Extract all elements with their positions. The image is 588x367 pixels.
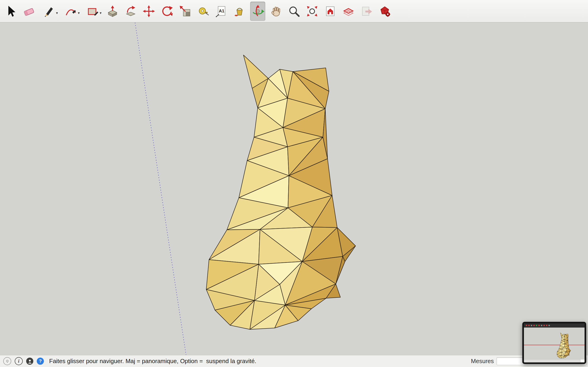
pan-hand-icon xyxy=(269,5,283,18)
preview-resize-corner[interactable] xyxy=(580,359,585,362)
preview-toolbar-dot xyxy=(548,325,550,326)
main-toolbar: ▾ ▾ ▾ xyxy=(0,0,588,23)
orbit-icon xyxy=(251,5,264,18)
tool-move[interactable] xyxy=(141,2,156,21)
preview-toolbar-dot xyxy=(538,325,540,326)
tool-line[interactable]: ▾ xyxy=(40,2,58,21)
tool-zoom-extents[interactable] xyxy=(304,2,320,21)
preview-toolbar-dot xyxy=(526,325,527,326)
preview-toolbar-dot xyxy=(536,325,537,326)
status-message: Faites glisser pour naviguer. Maj = pano… xyxy=(49,358,256,365)
preview-toolbar-dot xyxy=(546,325,547,326)
send-to-layout-icon xyxy=(360,5,373,18)
shape-dropdown-caret[interactable]: ▾ xyxy=(100,11,102,15)
preview-window[interactable] xyxy=(522,322,586,364)
arc-dropdown-caret[interactable]: ▾ xyxy=(78,11,80,15)
preview-toolbar-dot xyxy=(533,325,535,326)
tool-orbit[interactable] xyxy=(250,2,265,21)
zoom-extents-icon xyxy=(305,5,319,18)
push-pull-icon xyxy=(106,5,119,18)
tool-tape-measure[interactable] xyxy=(196,2,211,21)
preview-dog-model xyxy=(556,332,571,359)
text-icon: A1 xyxy=(215,5,228,18)
bulb-glyph xyxy=(6,359,9,363)
sketchup-window: ▾ ▾ ▾ xyxy=(0,0,588,367)
preview-toolbar-dot xyxy=(541,325,542,326)
line-dropdown-caret[interactable]: ▾ xyxy=(56,11,58,15)
tool-pan[interactable] xyxy=(268,2,284,21)
blue-axis-dotted-line xyxy=(135,23,186,355)
tool-shape[interactable]: ▾ xyxy=(83,2,102,21)
scale-icon xyxy=(179,5,192,18)
tool-push-pull[interactable] xyxy=(105,2,120,21)
tool-paint-bucket[interactable] xyxy=(232,2,247,21)
tool-follow-me[interactable] xyxy=(123,2,138,21)
tool-rotate[interactable] xyxy=(159,2,174,21)
account-icon[interactable] xyxy=(26,358,33,365)
eraser-icon xyxy=(22,5,36,18)
model-viewport[interactable] xyxy=(0,23,588,355)
select-icon xyxy=(4,5,17,18)
tool-text[interactable]: A1 xyxy=(214,2,229,21)
info-icon[interactable]: i xyxy=(15,357,23,365)
move-icon xyxy=(142,5,156,18)
help-icon[interactable]: ? xyxy=(37,358,44,365)
tool-zoom[interactable] xyxy=(286,2,302,21)
preview-red-axis xyxy=(524,345,585,345)
measures-label: Mesures xyxy=(471,358,494,365)
section-plane-icon xyxy=(342,5,355,18)
follow-me-icon xyxy=(124,5,137,18)
arc-icon xyxy=(64,5,78,18)
preview-bottom-bar xyxy=(524,359,585,362)
tool-eraser[interactable] xyxy=(21,2,36,21)
preview-toolbar-dot xyxy=(528,325,530,326)
scene-svg[interactable] xyxy=(0,23,588,355)
tool-extension-warehouse[interactable] xyxy=(377,2,392,21)
tool-3d-warehouse[interactable] xyxy=(323,2,338,21)
tool-section-plane[interactable] xyxy=(341,2,356,21)
3d-warehouse-icon xyxy=(324,5,337,18)
extension-warehouse-icon xyxy=(378,5,391,18)
preview-mini-canvas xyxy=(524,327,585,359)
rotate-icon xyxy=(160,5,174,18)
preview-toolbar-dot xyxy=(544,325,545,326)
preview-mini-toolbar xyxy=(524,323,585,327)
person-glyph xyxy=(27,359,32,364)
paint-bucket-icon xyxy=(233,5,246,18)
tape-measure-icon xyxy=(197,5,210,18)
zoom-icon xyxy=(287,5,301,18)
rectangle-icon xyxy=(86,5,99,18)
tool-send-to-layout[interactable] xyxy=(359,2,374,21)
status-bar: i ? Faites glisser pour naviguer. Maj = … xyxy=(0,355,588,367)
preview-window-content xyxy=(524,323,585,362)
tool-scale[interactable] xyxy=(178,2,193,21)
hint-icon[interactable] xyxy=(3,357,11,365)
pencil-icon xyxy=(42,5,56,18)
preview-toolbar-dot xyxy=(531,325,532,326)
tool-select[interactable] xyxy=(3,2,18,21)
tool-arc[interactable]: ▾ xyxy=(61,2,80,21)
text-tool-label: A1 xyxy=(219,8,225,13)
dog-model[interactable] xyxy=(206,55,355,329)
